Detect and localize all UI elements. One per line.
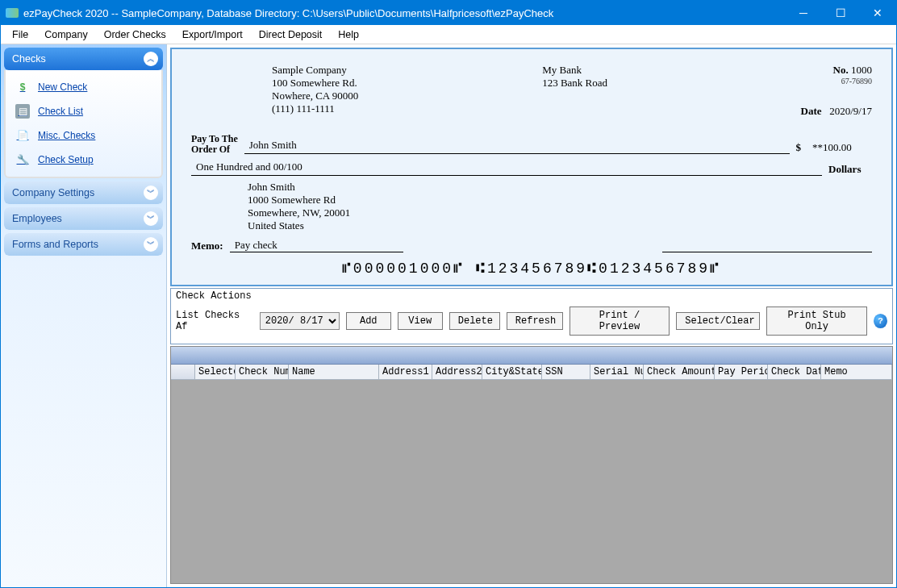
panel-label: Forms and Reports: [12, 239, 98, 250]
signature-line: [662, 252, 872, 252]
maximize-button[interactable]: ☐: [822, 1, 859, 25]
col-name[interactable]: Name: [289, 365, 379, 379]
nav-label: Misc. Checks: [38, 130, 95, 141]
payee-address: John Smith 1000 Somewhere Rd Somewhere, …: [248, 181, 872, 232]
payee-addr1: 1000 Somewhere Rd: [248, 194, 872, 206]
company-name: Sample Company: [272, 64, 358, 77]
company-block: Sample Company 100 Somewhere Rd. Nowhere…: [272, 64, 358, 118]
panel-header-checks[interactable]: Checks ︽: [4, 48, 163, 70]
actions-title: Check Actions: [171, 289, 892, 303]
col-check-date[interactable]: Check Dat: [768, 365, 821, 379]
select-clear-button[interactable]: Select/Clear: [676, 312, 760, 330]
panel-header-company-settings[interactable]: Company Settings ︾: [4, 181, 163, 204]
app-window: ezPayCheck 2020 -- SampleCompany, Databa…: [0, 0, 897, 588]
sidebar: Checks ︽ $ New Check ▤ Check List 📄 Misc…: [1, 44, 167, 587]
actions-row: List Checks Af 2020/ 8/17 Add View Delet…: [171, 303, 892, 344]
col-address2[interactable]: Address2: [432, 365, 482, 379]
col-ssn[interactable]: SSN: [542, 365, 590, 379]
panel-forms-reports: Forms and Reports ︾: [4, 233, 163, 256]
dollars-label: Dollars: [828, 163, 872, 176]
print-stub-button[interactable]: Print Stub Only: [766, 307, 867, 336]
payee-field: John Smith: [244, 139, 790, 154]
panel-header-employees[interactable]: Employees ︾: [4, 207, 163, 230]
grid-header: Selecte Check Num Name Address1 Address2…: [171, 365, 892, 380]
nav-label: New Check: [38, 81, 87, 93]
window-title: ezPayCheck 2020 -- SampleCompany, Databa…: [23, 7, 785, 19]
titlebar[interactable]: ezPayCheck 2020 -- SampleCompany, Databa…: [1, 1, 896, 25]
panel-label-checks: Checks: [12, 53, 46, 65]
grid-body[interactable]: [171, 380, 892, 583]
payee-name: John Smith: [248, 181, 872, 194]
col-check-num[interactable]: Check Num: [236, 365, 289, 379]
grid-band: [171, 347, 892, 365]
col-city-state[interactable]: City&State: [482, 365, 542, 379]
col-memo[interactable]: Memo: [821, 365, 892, 379]
check-date: 2020/9/17: [829, 105, 872, 117]
list-date-select[interactable]: 2020/ 8/17: [260, 312, 340, 330]
delete-button[interactable]: Delete: [449, 312, 500, 330]
col-amount[interactable]: Check Amount: [644, 365, 715, 379]
panel-label: Employees: [12, 213, 62, 224]
window-controls: ─ ☐ ✕: [785, 1, 896, 25]
app-icon: [6, 8, 19, 18]
menu-file[interactable]: File: [4, 27, 36, 43]
check-preview: Sample Company 100 Somewhere Rd. Nowhere…: [170, 48, 893, 286]
wrench-icon: 🔧: [15, 152, 30, 167]
payee-country: United States: [248, 219, 872, 232]
nav-label: Check List: [38, 106, 83, 117]
chevron-down-icon: ︾: [144, 237, 158, 252]
nav-new-check[interactable]: $ New Check: [9, 75, 158, 99]
nav-misc-checks[interactable]: 📄 Misc. Checks: [9, 123, 158, 148]
col-address1[interactable]: Address1: [379, 365, 432, 379]
col-pay-period[interactable]: Pay Perio: [715, 365, 768, 379]
panel-label: Company Settings: [12, 187, 94, 198]
nav-label: Check Setup: [38, 154, 94, 165]
panel-body-checks: $ New Check ▤ Check List 📄 Misc. Checks …: [4, 70, 163, 178]
date-label: Date: [801, 105, 822, 117]
menu-order-checks[interactable]: Order Checks: [96, 27, 174, 43]
chevron-up-icon: ︽: [144, 52, 158, 66]
col-selected[interactable]: Selecte: [195, 365, 236, 379]
col-serial[interactable]: Serial Nu: [590, 365, 644, 379]
menu-help[interactable]: Help: [330, 27, 367, 43]
document-icon: 📄: [15, 128, 30, 143]
menu-export-import[interactable]: Export/Import: [174, 27, 251, 43]
print-preview-button[interactable]: Print / Preview: [569, 307, 670, 336]
payee-addr2: Somewhere, NW, 20001: [248, 206, 872, 219]
chevron-down-icon: ︾: [144, 211, 158, 226]
company-addr1: 100 Somewhere Rd.: [272, 77, 358, 90]
check-meta: No. 1000 67-76890 Date 2020/9/17: [759, 64, 872, 118]
minimize-button[interactable]: ─: [785, 1, 822, 25]
main-area: Sample Company 100 Somewhere Rd. Nowhere…: [167, 44, 896, 587]
menubar: File Company Order Checks Export/Import …: [1, 25, 896, 44]
company-phone: (111) 111-1111: [272, 102, 358, 115]
no-label: No.: [833, 64, 849, 76]
main-body: Checks ︽ $ New Check ▤ Check List 📄 Misc…: [1, 44, 896, 587]
company-addr2: Nowhere, CA 90000: [272, 90, 358, 102]
view-button[interactable]: View: [398, 312, 443, 330]
nav-check-setup[interactable]: 🔧 Check Setup: [9, 148, 158, 172]
pay-to-label: Pay To The Order Of: [191, 134, 238, 154]
routing-small: 67-76890: [759, 77, 872, 85]
close-button[interactable]: ✕: [859, 1, 896, 25]
amount-words: One Hundred and 00/100: [191, 161, 822, 176]
menu-company[interactable]: Company: [36, 27, 96, 43]
bank-name: My Bank: [542, 64, 607, 77]
amount-field: **100.00: [807, 141, 872, 154]
stack-icon: ▤: [15, 104, 30, 119]
list-checks-label: List Checks Af: [176, 310, 253, 332]
help-icon[interactable]: ?: [874, 314, 887, 328]
memo-label: Memo:: [191, 240, 223, 252]
add-button[interactable]: Add: [346, 312, 391, 330]
micr-line: ⑈000001000⑈ ⑆123456789⑆0123456789⑈: [191, 261, 872, 277]
refresh-button[interactable]: Refresh: [507, 312, 563, 330]
menu-direct-deposit[interactable]: Direct Deposit: [251, 27, 331, 43]
nav-check-list[interactable]: ▤ Check List: [9, 99, 158, 123]
bank-block: My Bank 123 Bank Road: [542, 64, 607, 118]
panel-header-forms-reports[interactable]: Forms and Reports ︾: [4, 233, 163, 256]
row-header-corner: [171, 365, 195, 379]
currency-symbol: $: [796, 141, 802, 154]
panel-checks: Checks ︽ $ New Check ▤ Check List 📄 Misc…: [4, 48, 163, 178]
memo-field: Pay check: [230, 239, 403, 252]
panel-company-settings: Company Settings ︾: [4, 181, 163, 204]
